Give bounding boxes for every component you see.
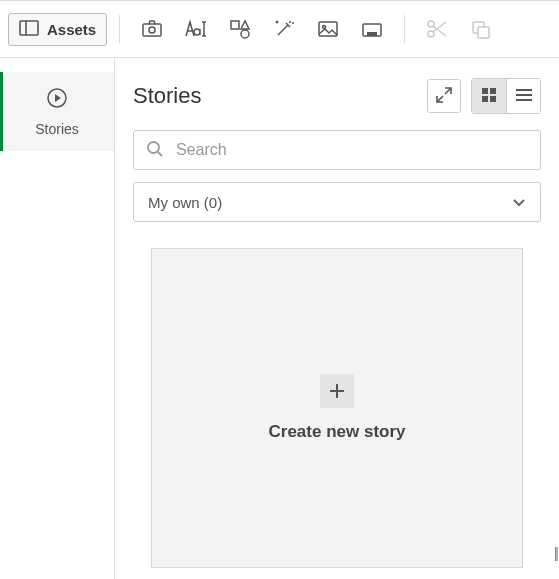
grid-icon: [481, 87, 497, 106]
search-field[interactable]: [133, 130, 541, 170]
svg-rect-2: [143, 24, 161, 36]
svg-rect-34: [490, 96, 496, 102]
toolbar-divider: [119, 15, 120, 43]
sidebar-item-label: Stories: [35, 121, 79, 137]
create-story-label: Create new story: [269, 422, 406, 442]
top-toolbar: Assets: [0, 0, 559, 58]
svg-line-11: [278, 25, 288, 35]
svg-point-38: [148, 142, 159, 153]
svg-rect-8: [231, 21, 239, 29]
svg-point-10: [241, 30, 249, 38]
svg-point-3: [149, 27, 155, 33]
view-toggle: [471, 78, 541, 114]
media-tool[interactable]: [308, 9, 348, 49]
svg-rect-17: [319, 22, 337, 36]
list-icon: [515, 88, 533, 105]
search-icon: [146, 140, 164, 161]
assets-button[interactable]: Assets: [8, 13, 107, 46]
text-tool[interactable]: [176, 9, 216, 49]
copy-button[interactable]: [461, 9, 501, 49]
grid-view-button[interactable]: [472, 79, 506, 113]
cut-button[interactable]: [417, 9, 457, 49]
svg-rect-20: [367, 32, 377, 36]
wand-icon: [273, 18, 295, 40]
svg-line-30: [437, 96, 443, 102]
left-sidebar: Stories: [0, 58, 115, 579]
shapes-icon: [229, 19, 251, 39]
svg-rect-33: [482, 96, 488, 102]
expand-icon: [436, 87, 452, 106]
sidebar-item-stories[interactable]: Stories: [0, 72, 114, 151]
svg-rect-0: [20, 21, 38, 35]
main-panel: Stories: [115, 58, 559, 579]
play-circle-icon: [45, 86, 69, 113]
create-story-tile[interactable]: Create new story: [151, 248, 523, 568]
svg-line-29: [445, 88, 451, 94]
sheet-tool[interactable]: [352, 9, 392, 49]
plus-icon: [320, 374, 354, 408]
snapshot-tool[interactable]: [132, 9, 172, 49]
toolbar-divider: [404, 15, 405, 43]
resize-handle[interactable]: ||: [554, 545, 557, 561]
svg-rect-26: [478, 27, 489, 38]
svg-rect-32: [490, 88, 496, 94]
search-input[interactable]: [174, 140, 528, 160]
svg-marker-9: [241, 21, 249, 29]
assets-label: Assets: [47, 21, 96, 38]
chevron-down-icon: [512, 194, 526, 211]
filter-dropdown[interactable]: My own (0): [133, 182, 541, 222]
camera-icon: [141, 19, 163, 39]
scissors-icon: [426, 19, 448, 39]
sheet-icon: [361, 20, 383, 38]
svg-marker-28: [55, 94, 61, 102]
panel-icon: [19, 20, 39, 39]
expand-button[interactable]: [427, 79, 461, 113]
filter-label: My own (0): [148, 194, 222, 211]
text-icon: [184, 19, 208, 39]
copy-icon: [470, 19, 492, 39]
effects-tool[interactable]: [264, 9, 304, 49]
shapes-tool[interactable]: [220, 9, 260, 49]
svg-line-39: [158, 152, 162, 156]
list-view-button[interactable]: [506, 79, 540, 113]
page-title: Stories: [133, 83, 201, 109]
svg-rect-31: [482, 88, 488, 94]
image-icon: [317, 20, 339, 38]
